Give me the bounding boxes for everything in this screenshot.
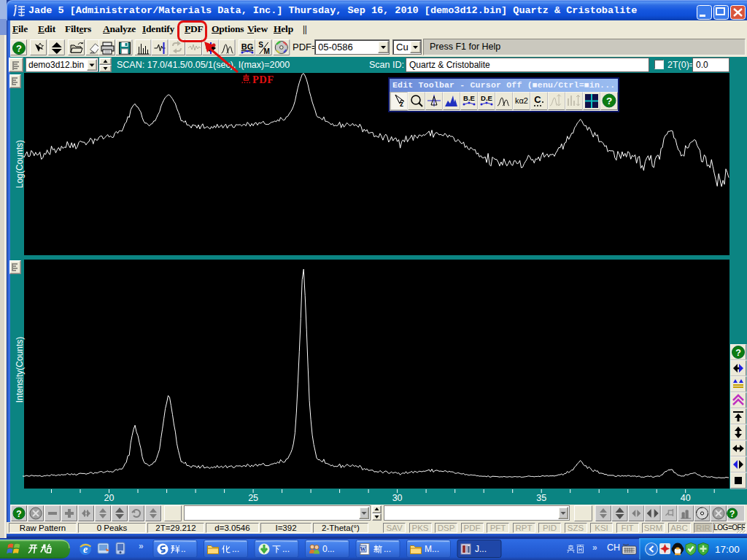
svg-text:40: 40 <box>681 493 691 503</box>
svg-text:30: 30 <box>392 493 403 503</box>
svg-text:...: ... <box>282 544 290 554</box>
svg-text:»: » <box>592 542 597 553</box>
svg-text:BG: BG <box>241 42 254 51</box>
svg-text:CH: CH <box>607 542 620 553</box>
svg-text:z: z <box>400 100 403 108</box>
svg-text:?: ? <box>729 509 735 519</box>
svg-text:kα2: kα2 <box>515 96 528 105</box>
svg-text:M: M <box>264 47 270 55</box>
svg-text:?: ? <box>16 509 21 519</box>
svg-text:S: S <box>258 41 263 49</box>
svg-text:25: 25 <box>248 493 258 503</box>
svg-text:35: 35 <box>536 493 546 503</box>
svg-text:?: ? <box>735 348 741 358</box>
svg-text:?: ? <box>16 43 22 54</box>
svg-text:C: C <box>534 94 541 105</box>
svg-text:»: » <box>139 541 144 551</box>
svg-text:B.E: B.E <box>463 94 475 102</box>
svg-text:0...: 0... <box>322 544 335 554</box>
svg-text:J...: J... <box>475 544 487 554</box>
svg-text:W: W <box>360 546 366 553</box>
svg-text:20: 20 <box>104 493 115 503</box>
svg-text:D.E: D.E <box>481 94 492 102</box>
svg-text:..: .. <box>181 544 186 554</box>
svg-text:...: ... <box>384 544 391 554</box>
svg-text:?: ? <box>606 96 612 106</box>
svg-text:17:00: 17:00 <box>715 544 740 555</box>
svg-text:M...: M... <box>425 544 439 554</box>
svg-text:...: ... <box>232 544 239 554</box>
